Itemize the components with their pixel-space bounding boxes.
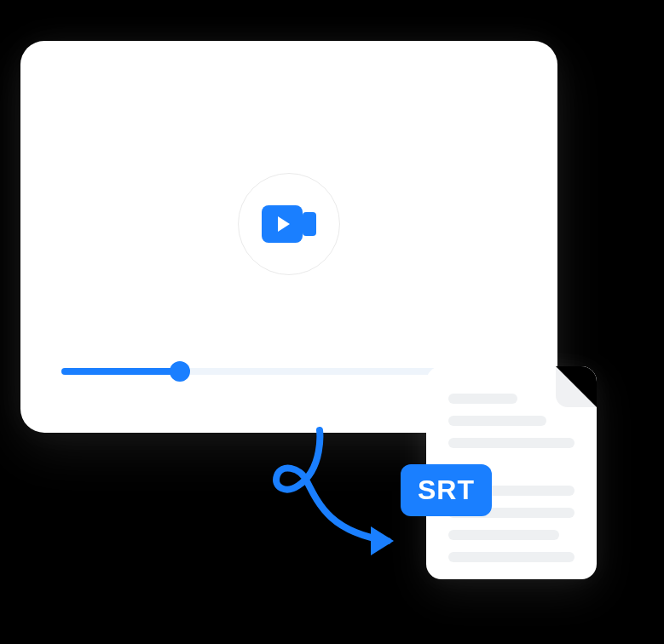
file-text-line	[448, 394, 517, 404]
curved-arrow-icon	[239, 426, 426, 579]
play-button-circle[interactable]	[238, 173, 340, 275]
play-triangle-icon	[278, 216, 290, 232]
video-progress-fill	[61, 368, 180, 375]
video-progress-thumb[interactable]	[170, 361, 190, 382]
file-text-line	[448, 416, 546, 426]
camera-body	[262, 205, 303, 243]
file-text-line	[448, 530, 559, 540]
camera-lens	[303, 212, 316, 236]
file-text-line	[448, 438, 575, 448]
video-camera-icon	[262, 205, 316, 243]
file-folded-corner	[556, 366, 597, 407]
file-text-line	[448, 552, 575, 562]
